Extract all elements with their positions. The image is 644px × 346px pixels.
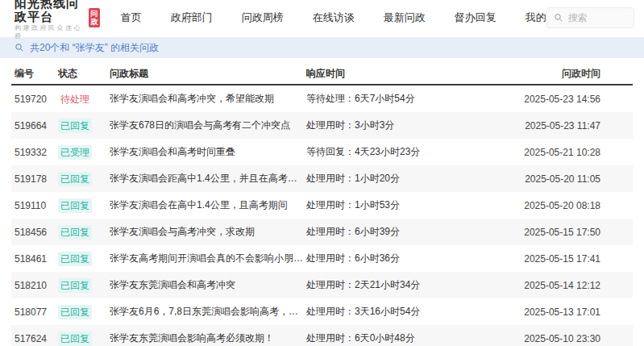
- nav-home[interactable]: 首页: [121, 10, 142, 25]
- nav-ranking[interactable]: 问政周榜: [242, 10, 284, 25]
- status-badge: 已回复: [58, 198, 92, 213]
- table-header-row: 编号 状态 问政标题 响应时间 问政时间: [11, 63, 633, 85]
- search-box[interactable]: [546, 7, 634, 28]
- col-header-time: 问政时间: [504, 67, 633, 81]
- inquiry-time: 2025-05-21 10:28: [504, 147, 633, 158]
- table-body: 519720 待处理 张学友演唱会和高考冲突，希望能改期 等待处理：6天7小时5…: [11, 85, 633, 346]
- inquiry-time: 2025-05-13 17:01: [504, 306, 633, 318]
- site-slogan: 构建政府民众连心桥: [15, 24, 85, 40]
- inquiry-time: 2025-05-20 08:18: [504, 200, 633, 211]
- response-time: 处理用时：1小时20分: [306, 172, 504, 186]
- table-row[interactable]: 518461 已回复 张学友高考期间开演唱会真的不会影响小朋友吗 处理用时：6小…: [11, 245, 633, 272]
- result-count-text: 共20个和 “张学友” 的相关问政: [30, 41, 159, 55]
- table-row[interactable]: 518210 已回复 张学友东莞演唱会和高考冲突 处理用时：2天21小时34分 …: [11, 272, 633, 298]
- response-time: 等待处理：6天7小时54分: [306, 92, 504, 106]
- inquiry-title[interactable]: 张学友东莞演唱会影响高考必须改期！: [110, 331, 306, 345]
- main-nav: 首页 政府部门 问政周榜 在线访谈 最新问政 督办回复 我的: [121, 10, 546, 25]
- response-time: 处理用时：3小时3分: [306, 119, 504, 132]
- nav-interview[interactable]: 在线访谈: [313, 10, 355, 25]
- inquiry-table: 编号 状态 问政标题 响应时间 问政时间 519720 待处理 张学友演唱会和高…: [11, 63, 633, 346]
- status-badge: 已回复: [58, 278, 92, 293]
- inquiry-id: 518210: [11, 280, 58, 291]
- inquiry-time: 2025-05-23 14:56: [504, 94, 633, 105]
- response-time: 处理用时：3天16小时54分: [306, 305, 504, 319]
- table-row[interactable]: 519332 已受理 张学友演唱会和高考时间重叠 等待回复：4天23小时23分 …: [11, 139, 633, 165]
- table-row[interactable]: 519664 已回复 张学友678日的演唱会与高考有二个冲突点 处理用时：3小时…: [11, 112, 633, 139]
- status-badge: 待处理: [58, 92, 92, 106]
- inquiry-time: 2025-05-20 11:05: [504, 173, 633, 185]
- nav-departments[interactable]: 政府部门: [171, 10, 213, 25]
- response-time: 等待回复：4天23小时23分: [306, 145, 504, 159]
- inquiry-time: 2025-05-23 11:47: [504, 120, 633, 131]
- response-time: 处理用时：6小时36分: [306, 252, 504, 265]
- table-row[interactable]: 519720 待处理 张学友演唱会和高考冲突，希望能改期 等待处理：6天7小时5…: [11, 85, 633, 112]
- inquiry-id: 518461: [11, 253, 58, 265]
- search-icon: [554, 13, 563, 23]
- inquiry-title[interactable]: 张学友演唱会和高考冲突，希望能改期: [110, 92, 306, 106]
- inquiry-time: 2025-05-14 12:12: [504, 280, 633, 291]
- response-time: 处理用时：6天0小时48分: [306, 331, 504, 345]
- table-row[interactable]: 518456 已回复 张学友演唱会与高考冲突，求改期 处理用时：6小时39分 2…: [11, 219, 633, 245]
- col-header-id: 编号: [11, 67, 58, 81]
- inquiry-title[interactable]: 张学友东莞演唱会和高考冲突: [110, 278, 306, 292]
- col-header-title: 问政标题: [110, 67, 306, 81]
- response-time: 处理用时：2天21小时34分: [306, 278, 504, 292]
- search-input[interactable]: [568, 12, 627, 23]
- inquiry-id: 519720: [11, 94, 58, 105]
- top-header: 阳光热线问政平台 构建政府民众连心桥 问 政 首页 政府部门 问政周榜 在线访谈…: [0, 0, 644, 35]
- col-header-response: 响应时间: [306, 67, 504, 81]
- inquiry-id: 519664: [11, 120, 58, 131]
- site-logo[interactable]: 阳光热线问政平台 构建政府民众连心桥 问 政: [15, 0, 100, 40]
- status-badge: 已回复: [58, 305, 92, 319]
- status-badge: 已回复: [58, 119, 92, 133]
- inquiry-time: 2025-05-15 17:41: [504, 253, 633, 265]
- inquiry-id: 519110: [11, 200, 58, 211]
- nav-mine[interactable]: 我的: [526, 10, 546, 25]
- inquiry-id: 519332: [11, 147, 58, 158]
- inquiry-title[interactable]: 张学友6月6，7,8日东莞演唱会影响高考，必须改期！: [110, 305, 306, 319]
- table-row[interactable]: 518077 已回复 张学友6月6，7,8日东莞演唱会影响高考，必须改期！ 处理…: [11, 298, 633, 325]
- logo-badge-icon: 问 政: [89, 8, 100, 27]
- nav-latest[interactable]: 最新问政: [384, 10, 426, 25]
- inquiry-title[interactable]: 张学友678日的演唱会与高考有二个冲突点: [110, 119, 306, 132]
- search-result-bar: 共20个和 “张学友” 的相关问政: [0, 37, 644, 58]
- col-header-status: 状态: [58, 67, 110, 81]
- inquiry-title[interactable]: 张学友演唱会在高中1.4公里，且高考期间: [110, 198, 306, 212]
- status-badge: 已受理: [58, 145, 92, 160]
- status-badge: 已回复: [58, 172, 92, 186]
- inquiry-id: 517624: [11, 333, 58, 344]
- inquiry-title[interactable]: 张学友演唱会和高考时间重叠: [110, 145, 306, 159]
- status-badge: 已回复: [58, 252, 92, 266]
- response-time: 处理用时：1小时53分: [306, 198, 504, 212]
- inquiry-time: 2025-05-15 17:50: [504, 227, 633, 238]
- inquiry-id: 518456: [11, 227, 58, 238]
- result-search-icon: [15, 43, 24, 52]
- inquiry-title[interactable]: 张学友高考期间开演唱会真的不会影响小朋友吗: [110, 252, 306, 265]
- inquiry-title[interactable]: 张学友演唱会距高中1.4公里，并且在高考期间: [110, 172, 306, 186]
- inquiry-id: 519178: [11, 173, 58, 185]
- status-badge: 已回复: [58, 225, 92, 240]
- site-title: 阳光热线问政平台: [15, 0, 85, 23]
- table-row[interactable]: 517624 已回复 张学友东莞演唱会影响高考必须改期！ 处理用时：6天0小时4…: [11, 325, 633, 346]
- table-row[interactable]: 519110 已回复 张学友演唱会在高中1.4公里，且高考期间 处理用时：1小时…: [11, 192, 633, 219]
- inquiry-id: 518077: [11, 306, 58, 318]
- table-row[interactable]: 519178 已回复 张学友演唱会距高中1.4公里，并且在高考期间 处理用时：1…: [11, 165, 633, 192]
- response-time: 处理用时：6小时39分: [306, 225, 504, 239]
- status-badge: 已回复: [58, 331, 92, 346]
- nav-supervise[interactable]: 督办回复: [455, 10, 497, 25]
- inquiry-title[interactable]: 张学友演唱会与高考冲突，求改期: [110, 225, 306, 239]
- inquiry-time: 2025-05-10 23:30: [504, 333, 633, 344]
